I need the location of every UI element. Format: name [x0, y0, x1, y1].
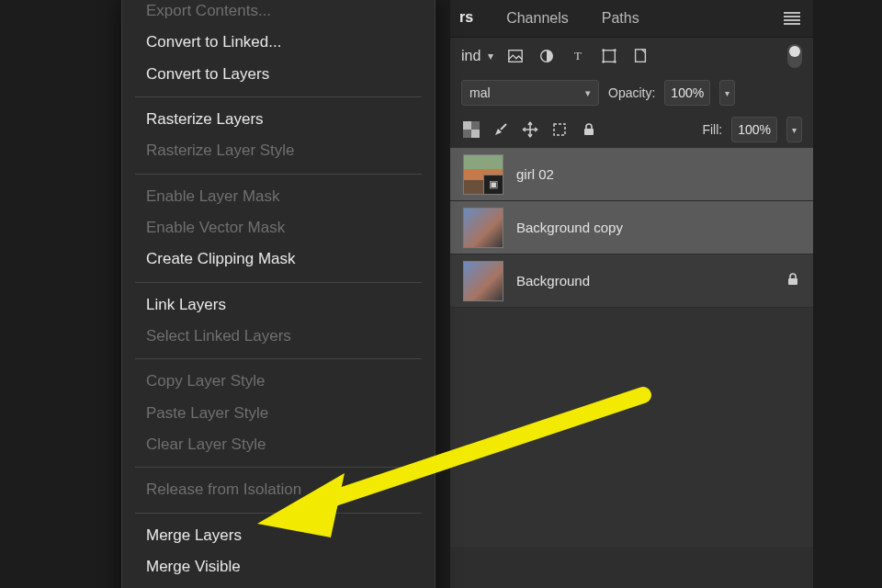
app-stage: Export Contents...Convert to Linked...Co… — [0, 0, 882, 588]
menu-item-export-contents: Export Contents... — [122, 0, 435, 27]
svg-rect-3 — [604, 51, 616, 62]
lock-all-icon[interactable] — [579, 122, 599, 137]
menu-separator — [135, 358, 422, 359]
opacity-stepper[interactable]: ▾ — [719, 80, 735, 106]
filter-smart-icon[interactable] — [631, 47, 650, 65]
menu-separator — [135, 467, 422, 468]
tab-paths[interactable]: Paths — [596, 1, 645, 36]
svg-point-7 — [614, 61, 616, 63]
layer-row[interactable]: Background — [450, 254, 813, 308]
menu-separator — [135, 96, 422, 97]
layer-thumb[interactable]: ▣ — [463, 154, 503, 195]
chevron-down-icon: ▾ — [725, 88, 729, 98]
fill-field[interactable]: 100% — [731, 117, 777, 142]
lock-paint-icon[interactable] — [491, 121, 511, 138]
layer-row[interactable]: ▣girl 02 — [450, 148, 813, 201]
svg-point-5 — [614, 49, 616, 51]
filter-type-icon[interactable]: T — [569, 47, 587, 65]
svg-rect-9 — [463, 121, 471, 130]
fill-stepper[interactable]: ▾ — [786, 117, 802, 142]
layers-panel: rs Channels Paths ind ▾ T mal ▾ — [450, 0, 813, 588]
lock-transparent-icon[interactable] — [461, 121, 481, 138]
svg-rect-14 — [554, 124, 565, 135]
chevron-down-icon: ▾ — [488, 50, 493, 62]
menu-item-clear-layer-style: Clear Layer Style — [122, 429, 435, 460]
blend-mode-value: mal — [469, 85, 491, 100]
menu-item-merge-layers[interactable]: Merge Layers — [122, 520, 435, 551]
menu-item-convert-to-layers[interactable]: Convert to Layers — [122, 59, 435, 90]
layer-filter-dropdown[interactable]: ind ▾ — [461, 48, 493, 64]
menu-separator — [135, 282, 422, 283]
lock-position-icon[interactable] — [520, 120, 540, 139]
filter-pixel-icon[interactable] — [506, 47, 525, 65]
lock-icon — [786, 272, 800, 290]
smart-object-badge-icon: ▣ — [483, 175, 503, 195]
menu-item-link-layers[interactable]: Link Layers — [122, 289, 435, 321]
menu-item-enable-layer-mask: Enable Layer Mask — [122, 181, 435, 212]
right-background-strip — [813, 0, 882, 588]
layers-list: ▣girl 02Background copyBackground — [450, 148, 813, 308]
tab-channels[interactable]: Channels — [501, 1, 574, 36]
svg-point-6 — [603, 61, 605, 63]
layer-name[interactable]: Background copy — [516, 220, 800, 235]
fill-label: Fill: — [702, 122, 722, 137]
svg-rect-12 — [463, 130, 471, 138]
menu-item-rasterize-layer-style: Rasterize Layer Style — [122, 135, 435, 166]
layer-context-menu: Export Contents...Convert to Linked...Co… — [121, 0, 435, 588]
chevron-down-icon: ▾ — [792, 125, 797, 135]
chevron-down-icon: ▾ — [585, 87, 591, 99]
menu-item-select-linked-layers: Select Linked Layers — [122, 321, 435, 352]
menu-item-release-from-isolation: Release from Isolation — [122, 474, 435, 505]
menu-item-enable-vector-mask: Enable Vector Mask — [122, 212, 435, 243]
blend-row: mal ▾ Opacity: 100% ▾ — [450, 74, 813, 111]
menu-item-copy-layer-style: Copy Layer Style — [122, 366, 435, 397]
fill-value: 100% — [738, 122, 771, 137]
layer-thumb[interactable] — [463, 208, 503, 248]
filter-toggle[interactable] — [787, 44, 802, 68]
opacity-label: Opacity: — [608, 85, 655, 100]
panel-menu-icon[interactable] — [784, 12, 800, 25]
lock-artboard-icon[interactable] — [549, 120, 570, 139]
filter-adjust-icon[interactable] — [537, 47, 556, 65]
svg-point-4 — [603, 49, 605, 51]
layer-filter-label: ind — [461, 48, 481, 64]
svg-text:T: T — [574, 50, 582, 62]
lock-row: Fill: 100% ▾ — [450, 111, 813, 148]
svg-rect-15 — [584, 129, 594, 135]
menu-separator — [135, 174, 422, 175]
menu-item-paste-layer-style: Paste Layer Style — [122, 398, 435, 429]
svg-rect-16 — [788, 278, 797, 285]
filter-shape-icon[interactable] — [600, 47, 618, 65]
svg-rect-0 — [509, 51, 522, 62]
menu-item-create-clipping-mask[interactable]: Create Clipping Mask — [122, 243, 435, 275]
layer-name[interactable]: Background — [516, 273, 773, 288]
opacity-field[interactable]: 100% — [664, 80, 710, 106]
menu-item-merge-visible[interactable]: Merge Visible — [122, 551, 435, 582]
tab-layers[interactable]: rs — [454, 0, 479, 37]
menu-item-flatten-image[interactable]: Flatten Image — [122, 583, 435, 589]
svg-rect-11 — [471, 121, 480, 130]
blend-mode-dropdown[interactable]: mal ▾ — [461, 80, 599, 106]
menu-item-rasterize-layers[interactable]: Rasterize Layers — [122, 104, 435, 135]
panel-tab-bar: rs Channels Paths — [450, 0, 813, 38]
menu-item-convert-to-linked[interactable]: Convert to Linked... — [122, 27, 435, 58]
svg-rect-10 — [471, 130, 480, 138]
layer-filter-row: ind ▾ T — [450, 38, 813, 74]
layer-thumb[interactable] — [463, 261, 503, 301]
menu-separator — [135, 513, 422, 514]
layers-empty-area[interactable] — [450, 308, 813, 547]
layer-name[interactable]: girl 02 — [516, 166, 800, 182]
layer-row[interactable]: Background copy — [450, 201, 813, 254]
opacity-value: 100% — [671, 85, 704, 100]
svg-line-13 — [501, 124, 506, 130]
